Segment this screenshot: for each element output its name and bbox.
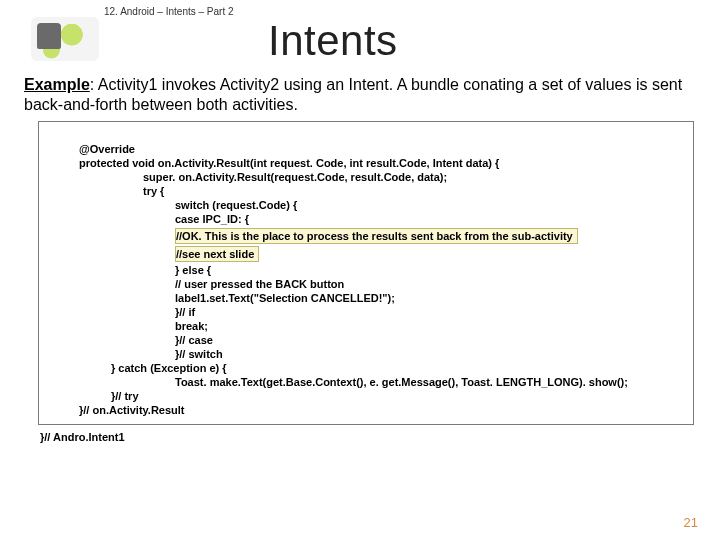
code-line: @Override bbox=[47, 143, 135, 155]
code-line: }// try bbox=[47, 390, 139, 402]
page-number: 21 bbox=[684, 515, 698, 530]
android-logo bbox=[22, 13, 108, 65]
code-line: Toast. make.Text(get.Base.Context(), e. … bbox=[47, 376, 628, 388]
code-line: }// if bbox=[47, 306, 195, 318]
closing-brace: }// Andro.Intent1 bbox=[40, 431, 698, 443]
code-line: }// case bbox=[47, 334, 213, 346]
code-line: protected void on.Activity.Result(int re… bbox=[47, 157, 499, 169]
code-line: try { bbox=[47, 185, 164, 197]
highlight: //see next slide bbox=[175, 246, 259, 262]
code-line-highlight: //see next slide bbox=[47, 245, 685, 263]
title-row: Intents bbox=[22, 17, 698, 65]
example-lead: Example bbox=[24, 76, 90, 93]
code-line: case IPC_ID: { bbox=[47, 213, 249, 225]
example-text: Example: Activity1 invokes Activity2 usi… bbox=[24, 75, 696, 115]
code-line: super. on.Activity.Result(request.Code, … bbox=[47, 171, 447, 183]
code-line: }// on.Activity.Result bbox=[47, 404, 185, 416]
code-line: // user pressed the BACK button bbox=[47, 278, 344, 290]
breadcrumb: 12. Android – Intents – Part 2 bbox=[104, 6, 698, 17]
slide: 12. Android – Intents – Part 2 Intents E… bbox=[0, 0, 720, 540]
code-box: @Override protected void on.Activity.Res… bbox=[38, 121, 694, 425]
code-line: } else { bbox=[47, 264, 211, 276]
code-line-highlight: //OK. This is the place to process the r… bbox=[47, 227, 685, 245]
highlight: //OK. This is the place to process the r… bbox=[175, 228, 578, 244]
code-line: }// switch bbox=[47, 348, 223, 360]
code-line: break; bbox=[47, 320, 208, 332]
android-icon bbox=[31, 17, 99, 61]
page-title: Intents bbox=[268, 17, 398, 65]
code-line: switch (request.Code) { bbox=[47, 199, 297, 211]
code-line: } catch (Exception e) { bbox=[47, 362, 227, 374]
example-body: : Activity1 invokes Activity2 using an I… bbox=[24, 76, 682, 113]
code-line: label1.set.Text("Selection CANCELLED!"); bbox=[47, 292, 395, 304]
